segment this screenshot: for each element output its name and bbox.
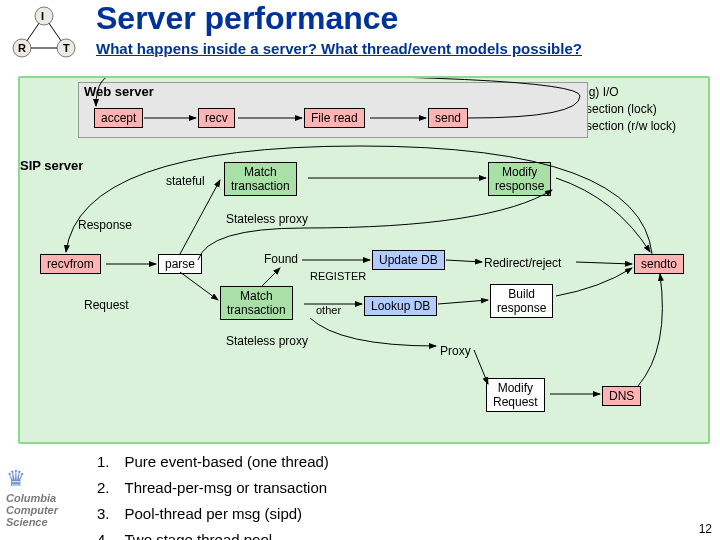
label-register: REGISTER [310,270,366,282]
svg-line-21 [576,262,632,264]
page-subtitle: What happens inside a server? What threa… [96,40,582,57]
node-dns: DNS [602,386,641,406]
page-number: 12 [699,522,712,536]
columbia-logo: ♛ Columbia Computer Science [6,466,90,528]
label-found: Found [264,252,298,266]
node-recvfrom: recvfrom [40,254,101,274]
svg-text:R: R [18,42,26,54]
label-proxy: Proxy [440,344,471,358]
web-server-title: Web server [84,84,154,99]
node-match-transaction-1: Match transaction [224,162,297,196]
node-lookup-db: Lookup DB [364,296,437,316]
svg-line-15 [180,272,218,300]
node-modify-request: Modify Request [486,378,545,412]
svg-line-18 [446,260,482,262]
label-request: Request [84,298,129,312]
node-file-read: File read [304,108,365,128]
models-list: 1.Pure event-based (one thread) 2.Thread… [94,448,332,540]
diagram-area: (Blocking) I/O Critical section (lock) C… [18,76,710,444]
svg-text:I: I [41,10,44,22]
label-other: other [316,304,341,316]
sip-title: SIP server [20,158,83,173]
label-stateless-2: Stateless proxy [226,334,308,348]
node-recv: recv [198,108,235,128]
node-sendto: sendto [634,254,684,274]
node-modify-response: Modify response [488,162,551,196]
node-accept: accept [94,108,143,128]
model-4: Two stage thread pool [124,528,330,540]
label-stateless-1: Stateless proxy [226,212,308,226]
node-parse: parse [158,254,202,274]
page-title: Server performance [96,0,398,37]
label-redirect: Redirect/reject [484,256,561,270]
node-send: send [428,108,468,128]
model-1: Pure event-based (one thread) [124,450,330,474]
svg-line-20 [438,300,488,304]
svg-line-16 [262,268,280,286]
label-stateful: stateful [166,174,205,188]
label-response: Response [78,218,132,232]
model-2: Thread-per-msg or transaction [124,476,330,500]
crown-icon: ♛ [6,466,90,492]
node-update-db: Update DB [372,250,445,270]
svg-line-14 [180,180,220,254]
model-3: Pool-thread per msg (sipd) [124,502,330,526]
irt-logo: I R T [8,4,80,64]
svg-text:T: T [63,42,70,54]
node-build-response: Build response [490,284,553,318]
node-match-transaction-2: Match transaction [220,286,293,320]
